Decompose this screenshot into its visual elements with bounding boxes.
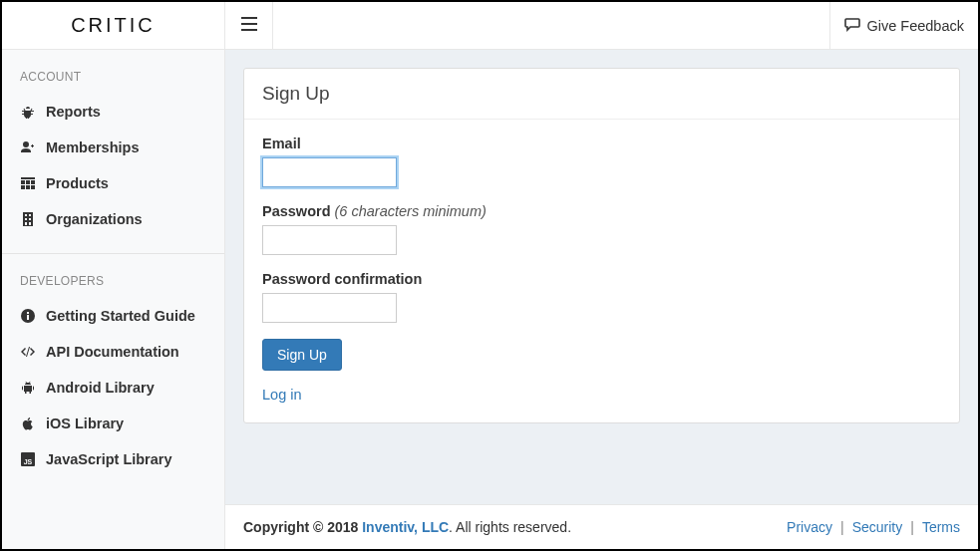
form-group-email: Email [262,136,941,187]
sidebar-item-label: Reports [46,104,101,120]
signup-button[interactable]: Sign Up [262,339,342,371]
form-group-password: Password (6 characters minimum) [262,203,941,255]
sidebar-item-label: iOS Library [46,415,124,431]
hamburger-icon [241,17,257,34]
topbar-spacer [273,2,829,49]
sidebar-item-label: Getting Started Guide [46,308,195,324]
sidebar-item-label: Android Library [46,380,155,396]
footer-sep: | [910,519,914,535]
svg-rect-5 [241,17,257,19]
nav-section-account: ACCOUNT Reports Memberships Products [2,50,224,243]
sidebar-item-label: API Documentation [46,344,179,360]
sidebar-item-api-docs[interactable]: API Documentation [2,334,224,370]
login-link[interactable]: Log in [262,387,302,403]
email-input[interactable] [262,157,397,187]
sidebar-item-organizations[interactable]: Organizations [2,201,224,237]
info-icon [20,308,36,324]
sidebar-item-label: Memberships [46,139,139,155]
password-input[interactable] [262,225,397,255]
building-icon [20,211,36,227]
footer-link-privacy[interactable]: Privacy [787,519,832,535]
svg-rect-2 [27,312,29,314]
sidebar-item-javascript[interactable]: JS JavaScript Library [2,441,224,477]
js-icon: JS [20,451,36,467]
give-feedback-button[interactable]: Give Feedback [829,2,978,49]
svg-rect-7 [241,29,257,31]
sidebar-item-label: Organizations [46,211,143,227]
content-column: Give Feedback Sign Up Email Password (6 … [225,2,978,549]
password-confirmation-input[interactable] [262,293,397,323]
sidebar-item-label: Products [46,175,109,191]
svg-rect-6 [241,23,257,25]
signup-panel: Sign Up Email Password (6 characters min… [243,68,960,423]
feedback-label: Give Feedback [866,18,964,34]
footer-link-security[interactable]: Security [852,519,903,535]
company-link[interactable]: Inventiv, LLC [362,519,449,535]
nav-header-account: ACCOUNT [2,66,224,94]
android-icon [20,380,36,396]
sidebar-item-memberships[interactable]: Memberships [2,130,224,165]
topbar: Give Feedback [225,2,978,50]
sidebar-item-reports[interactable]: Reports [2,94,224,130]
user-plus-icon [20,139,36,155]
form-group-confirm: Password confirmation [262,271,941,323]
footer-sep: | [840,519,844,535]
email-label: Email [262,136,941,151]
sidebar-item-products[interactable]: Products [2,165,224,201]
nav-section-developers: DEVELOPERS Getting Started Guide API Doc… [2,254,224,483]
footer: Copyright © 2018 Inventiv, LLC. All righ… [225,504,978,549]
grid-icon [20,175,36,191]
copyright-text: Copyright © 2018 Inventiv, LLC. All righ… [243,519,571,535]
page-title: Sign Up [244,69,959,120]
sidebar-item-label: JavaScript Library [46,451,172,467]
confirm-label: Password confirmation [262,271,941,287]
sidebar-toggle-button[interactable] [225,2,273,49]
page-body: Sign Up Email Password (6 characters min… [225,50,978,504]
sidebar-item-getting-started[interactable]: Getting Started Guide [2,298,224,334]
sidebar-item-ios[interactable]: iOS Library [2,406,224,441]
sidebar: CRITIC ACCOUNT Reports Memberships Prod [2,2,225,549]
password-label: Password (6 characters minimum) [262,203,941,219]
brand-logo[interactable]: CRITIC [2,2,224,50]
apple-icon [20,415,36,431]
svg-rect-1 [27,315,29,320]
footer-link-terms[interactable]: Terms [922,519,960,535]
nav-header-developers: DEVELOPERS [2,270,224,298]
sidebar-item-android[interactable]: Android Library [2,370,224,406]
comment-icon [844,16,860,35]
code-icon [20,344,36,360]
password-hint: (6 characters minimum) [335,203,487,219]
bug-icon [20,104,36,120]
footer-links: Privacy | Security | Terms [787,519,960,535]
svg-text:JS: JS [24,458,33,465]
